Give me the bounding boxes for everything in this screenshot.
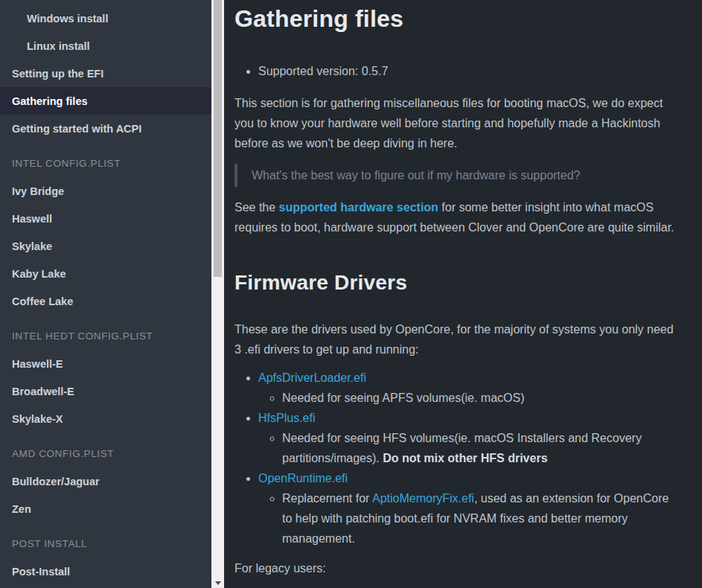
- see-hardware-paragraph: See the supported hardware section for s…: [234, 197, 681, 237]
- sidebar-item-coffee-lake[interactable]: Coffee Lake: [0, 287, 211, 315]
- driver-description: Replacement for AptioMemoryFix.efi, used…: [282, 488, 681, 549]
- list-item: HfsPlus.efi Needed for seeing HFS volume…: [258, 408, 681, 468]
- list-item: OpenRuntime.efi Replacement for AptioMem…: [258, 468, 681, 549]
- scrollbar-thumb[interactable]: [214, 0, 222, 277]
- sidebar-item-setting-up-the-efi[interactable]: Setting up the EFI: [0, 60, 211, 87]
- legacy-drivers-list: OpenUsbKbDxe.efi: [234, 584, 681, 588]
- sidebar-item-ivy-bridge[interactable]: Ivy Bridge: [0, 177, 211, 205]
- legacy-users-paragraph: For legacy users:: [234, 558, 681, 578]
- sidebar-item-gathering-files[interactable]: Gathering files: [0, 87, 211, 115]
- main-content: Gathering files Supported version: 0.5.7…: [224, 0, 702, 588]
- sidebar-item-kaby-lake[interactable]: Kaby Lake: [0, 260, 211, 287]
- supported-version-item: Supported version: 0.5.7: [258, 61, 681, 81]
- hfs-warning-text: Do not mix other HFS drivers: [383, 452, 547, 464]
- sidebar-item-skylake-x[interactable]: Skylake-X: [0, 405, 211, 432]
- driver-sublist: Replacement for AptioMemoryFix.efi, used…: [258, 488, 681, 549]
- sidebar-section-intel-config: INTEL CONFIG.PLIST: [0, 150, 211, 177]
- sidebar-item-haswell-e[interactable]: Haswell-E: [0, 350, 211, 377]
- sidebar-item-linux-install[interactable]: Linux install: [0, 32, 211, 60]
- driver-sublist: Needed for seeing HFS volumes(ie. macOS …: [258, 428, 681, 468]
- chevron-down-icon: [215, 581, 221, 585]
- firmware-drivers-heading: Firmware Drivers: [234, 269, 681, 297]
- intro-paragraph: This section is for gathering miscellane…: [234, 93, 681, 153]
- supported-hardware-link[interactable]: supported hardware section: [279, 201, 438, 214]
- hardware-question-quote: What's the best way to figure out if my …: [234, 164, 681, 187]
- see-text-before: See the: [234, 201, 279, 214]
- hfsplus-link[interactable]: HfsPlus.efi: [258, 412, 315, 424]
- sidebar-section-amd-config: AMD CONFIG.PLIST: [0, 440, 211, 467]
- driver-sublist: Needed for seeing APFS volumes(ie. macOS…: [258, 388, 681, 408]
- sidebar-item-post-install[interactable]: Post-Install: [0, 557, 211, 585]
- sidebar-scrollbar[interactable]: [211, 0, 224, 588]
- openruntime-link[interactable]: OpenRuntime.efi: [258, 472, 348, 485]
- version-list: Supported version: 0.5.7: [234, 61, 681, 81]
- apfsdriverloader-link[interactable]: ApfsDriverLoader.efi: [258, 371, 366, 384]
- sidebar-section-post-install: POST INSTALL: [0, 530, 211, 557]
- aptiomemoryfix-link[interactable]: AptioMemoryFix.efi: [372, 492, 474, 505]
- sidebar-item-bulldozer-jaguar[interactable]: Bulldozer/Jaguar: [0, 467, 211, 495]
- sidebar-item-getting-started-with-acpi[interactable]: Getting started with ACPI: [0, 115, 211, 142]
- doc-page: Windows install Linux install Setting up…: [0, 0, 702, 588]
- sidebar-section-intel-hedt-config: INTEL HEDT CONFIG.PLIST: [0, 322, 211, 350]
- runtime-desc-before: Replacement for: [282, 492, 372, 505]
- page-title: Gathering files: [234, 3, 681, 34]
- sidebar-item-skylake[interactable]: Skylake: [0, 232, 211, 260]
- sidebar-item-zen[interactable]: Zen: [0, 495, 211, 523]
- drivers-intro-paragraph: These are the drivers used by OpenCore, …: [234, 319, 681, 359]
- sidebar: Windows install Linux install Setting up…: [0, 0, 211, 588]
- sidebar-item-broadwell-e[interactable]: Broadwell-E: [0, 377, 211, 405]
- sidebar-item-windows-install[interactable]: Windows install: [0, 4, 211, 32]
- list-item: OpenUsbKbDxe.efi: [258, 584, 681, 588]
- scrollbar-down-button[interactable]: [211, 578, 224, 588]
- driver-description: Needed for seeing HFS volumes(ie. macOS …: [282, 428, 681, 468]
- drivers-list: ApfsDriverLoader.efi Needed for seeing A…: [234, 368, 681, 549]
- driver-description: Needed for seeing APFS volumes(ie. macOS…: [282, 388, 681, 408]
- sidebar-item-haswell[interactable]: Haswell: [0, 205, 211, 232]
- list-item: ApfsDriverLoader.efi Needed for seeing A…: [258, 368, 681, 408]
